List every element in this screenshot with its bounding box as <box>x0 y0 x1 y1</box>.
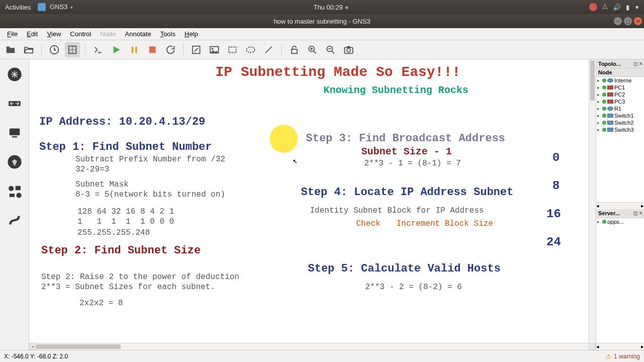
end-devices-button[interactable] <box>5 123 25 143</box>
node-label: Interne <box>614 77 631 83</box>
topology-node-row[interactable]: ▸Switch2 <box>596 119 644 126</box>
network-icon[interactable]: ⧊ <box>602 3 608 11</box>
menu-view[interactable]: View <box>43 29 65 39</box>
lock-button[interactable] <box>287 42 302 57</box>
menu-tools[interactable]: Tools <box>156 29 179 39</box>
chevron-down-icon[interactable]: ▾ <box>635 4 639 11</box>
maximize-button[interactable]: ◻ <box>624 17 632 25</box>
console-button[interactable] <box>91 42 106 57</box>
status-dot-icon <box>602 114 606 118</box>
node-label: Switch3 <box>614 127 634 133</box>
menu-control[interactable]: Control <box>66 29 95 39</box>
close-panel-icon[interactable]: ✕ <box>639 211 643 216</box>
line-button[interactable] <box>261 42 276 57</box>
open-project-button[interactable] <box>21 42 36 57</box>
svg-point-7 <box>212 48 214 50</box>
svg-rect-8 <box>229 47 236 52</box>
servers-panel-header[interactable]: Server... ◫✕ <box>596 209 644 218</box>
menu-file[interactable]: File <box>3 29 22 39</box>
servers-tree[interactable]: ▸ opps... <box>596 218 644 343</box>
image-button[interactable] <box>207 42 222 57</box>
routers-button[interactable] <box>5 64 25 84</box>
server-row[interactable]: ▸ opps... <box>596 218 644 225</box>
topology-node-row[interactable]: ▸R1 <box>596 105 644 112</box>
activities-button[interactable]: Activities <box>5 4 31 11</box>
topology-tree[interactable]: ▸Interne▸PC1▸PC2▸PC3▸R1▸Switch1▸Switch2▸… <box>596 77 644 202</box>
pause-button[interactable] <box>127 42 142 57</box>
expander-icon[interactable]: ▸ <box>597 127 601 132</box>
close-button[interactable]: ✕ <box>634 17 642 25</box>
cursor-icon: ↖ <box>293 156 298 166</box>
clock[interactable]: Thu 00:29 ● <box>313 4 349 11</box>
main-toolbar <box>0 40 644 59</box>
grid-button[interactable] <box>65 42 80 57</box>
volume-icon[interactable]: 🔊 <box>613 4 621 11</box>
svg-rect-4 <box>149 46 156 53</box>
menu-edit[interactable]: Edit <box>23 29 42 39</box>
undock-icon[interactable]: ◫ <box>633 211 638 216</box>
step1-mask-calc: 8-3 = 5(network bits turned on) <box>75 190 225 199</box>
rectangle-button[interactable] <box>225 42 240 57</box>
screenshot-button[interactable] <box>341 42 356 57</box>
step1-calc: 32-29=3 <box>75 165 109 174</box>
topology-node-row[interactable]: ▸Interne <box>596 77 644 84</box>
status-warning[interactable]: ⚠ 1 warning <box>605 352 640 360</box>
node-label: Switch1 <box>614 113 634 119</box>
battery-icon[interactable]: ▮ <box>626 4 629 11</box>
svg-rect-2 <box>132 46 134 53</box>
reload-button[interactable] <box>163 42 178 57</box>
zoom-out-button[interactable] <box>323 42 338 57</box>
topology-canvas[interactable]: IP Subnetting Made So Easy!!! Knowing Su… <box>29 59 596 350</box>
menu-help[interactable]: Help <box>181 29 202 39</box>
topology-node-row[interactable]: ▸PC3 <box>596 98 644 105</box>
close-panel-icon[interactable]: ✕ <box>639 61 643 66</box>
menu-annotate[interactable]: Annotate <box>121 29 155 39</box>
step2-line1: Step 2: Raise 2 to the power of deductio… <box>41 273 239 282</box>
step2-calc: 2x2x2 = 8 <box>79 299 123 308</box>
start-button[interactable] <box>109 42 124 57</box>
expander-icon[interactable]: ▸ <box>597 78 601 83</box>
scroll-left-icon[interactable]: ◂ <box>596 343 599 350</box>
svg-rect-22 <box>9 194 14 197</box>
expander-icon[interactable]: ▸ <box>597 219 601 224</box>
expander-icon[interactable]: ▸ <box>597 120 601 125</box>
link-button[interactable] <box>5 210 25 230</box>
scroll-right-icon[interactable]: ▸ <box>641 203 644 209</box>
expander-icon[interactable]: ▸ <box>597 113 601 118</box>
clock-button[interactable] <box>47 42 62 57</box>
gnome-top-bar: Activities GNS3 ▾ Thu 00:29 ● ⧊ 🔊 ▮ ▾ <box>0 0 644 14</box>
expander-icon[interactable]: ▸ <box>597 85 601 90</box>
security-devices-button[interactable] <box>5 152 25 172</box>
scroll-left-icon[interactable]: ◂ <box>596 203 599 209</box>
topology-node-row[interactable]: ▸Switch1 <box>596 112 644 119</box>
svg-rect-3 <box>135 46 137 53</box>
canvas-vscrollbar[interactable] <box>589 59 596 343</box>
ellipse-button[interactable] <box>243 42 258 57</box>
step4-check: Check <box>356 219 380 228</box>
switches-button[interactable] <box>5 94 25 114</box>
expander-icon[interactable]: ▸ <box>597 92 601 97</box>
node-label: R1 <box>614 106 621 112</box>
zoom-in-button[interactable] <box>305 42 320 57</box>
expander-icon[interactable]: ▸ <box>597 99 601 104</box>
undock-icon[interactable]: ◫ <box>633 61 638 66</box>
expander-icon[interactable]: ▸ <box>597 106 601 111</box>
step4-header: Step 4: Locate IP Address Subnet <box>301 186 513 199</box>
step1-sub: Subtract Prefix Number from /32 <box>75 155 225 164</box>
new-project-button[interactable] <box>3 42 18 57</box>
gns3-app-icon <box>38 3 46 11</box>
topology-node-row[interactable]: ▸PC2 <box>596 91 644 98</box>
scroll-right-icon[interactable]: ▸ <box>641 343 644 350</box>
all-devices-button[interactable] <box>5 181 25 201</box>
stop-button[interactable] <box>145 42 160 57</box>
topology-node-row[interactable]: ▸Switch3 <box>596 126 644 133</box>
topology-panel-header[interactable]: Topolo... ◫✕ <box>596 59 644 68</box>
minimize-button[interactable]: ─ <box>614 17 622 25</box>
app-menu[interactable]: GNS3 ▾ <box>38 3 73 12</box>
topology-node-row[interactable]: ▸PC1 <box>596 84 644 91</box>
scroll-left-icon[interactable]: ◂ <box>29 343 36 350</box>
note-button[interactable] <box>189 42 204 57</box>
canvas-hscrollbar[interactable] <box>29 343 589 350</box>
block-24: 24 <box>546 235 561 249</box>
screen-record-indicator-icon[interactable] <box>589 3 597 11</box>
